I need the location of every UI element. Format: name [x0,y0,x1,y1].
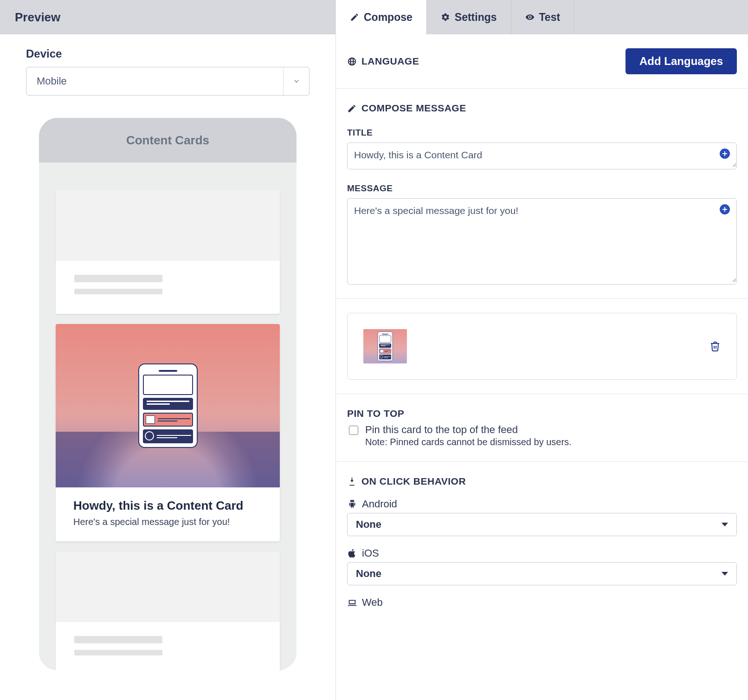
tab-compose-label: Compose [364,11,413,24]
trash-icon[interactable] [709,341,721,352]
preview-header: Preview [0,0,335,34]
title-input[interactable] [348,143,736,167]
device-select[interactable]: Mobile [26,67,310,96]
title-input-wrap [347,143,737,169]
chevron-down-icon [283,67,309,95]
preview-pane: Preview Device Mobile Content Cards [0,0,336,700]
image-attachment-section [336,299,748,394]
web-row: Web [347,596,737,609]
apple-icon [347,548,357,558]
title-label: TITLE [347,128,737,138]
globe-icon [347,57,357,66]
ios-label: iOS [362,547,379,559]
mini-phone-illustration [138,363,198,448]
compose-scroll[interactable]: LANGUAGE Add Languages COMPOSE MESSAGE T… [336,34,748,700]
pin-checkbox[interactable] [349,426,358,435]
phone-header-title: Content Cards [126,133,209,148]
chevron-down-icon [722,572,728,576]
tab-settings-label: Settings [455,11,497,24]
tab-test[interactable]: Test [511,0,575,34]
android-row: Android None [347,498,737,536]
eye-icon [525,13,535,22]
compose-pane: Compose Settings Test LANGUAGE Add Langu… [336,0,748,700]
phone-mockup-wrap: Content Cards [0,96,335,700]
tab-settings[interactable]: Settings [427,0,511,34]
laptop-icon [347,597,357,608]
language-header-label: LANGUAGE [361,56,419,67]
pencil-icon [350,13,359,22]
pointer-icon [347,477,357,486]
compose-header: COMPOSE MESSAGE [347,103,737,114]
android-icon [347,499,357,509]
ios-select[interactable]: None [347,562,737,585]
placeholder-card [56,551,280,670]
chevron-down-icon [722,523,728,526]
device-block: Device Mobile [0,34,335,96]
pin-checkbox-label: Pin this card to the top of the feed [365,424,572,436]
pin-header: PIN TO TOP [347,408,737,419]
click-header-label: ON CLICK BEHAVIOR [361,476,466,487]
ios-row: iOS None [347,547,737,585]
click-behavior-section: ON CLICK BEHAVIOR Android None iOS [336,462,748,625]
click-header: ON CLICK BEHAVIOR [347,476,737,487]
content-card-title: Howdy, this is a Content Card [73,499,262,513]
tab-compose[interactable]: Compose [336,0,427,34]
image-thumbnail[interactable] [363,329,407,363]
add-languages-button[interactable]: Add Languages [625,48,737,74]
android-label: Android [362,498,397,510]
pin-section: PIN TO TOP Pin this card to the top of t… [336,394,748,462]
gear-icon [441,13,450,22]
language-header: LANGUAGE [347,56,419,67]
pin-header-label: PIN TO TOP [347,408,404,419]
phone-header: Content Cards [39,118,297,162]
device-select-value: Mobile [37,75,67,87]
content-card: Howdy, this is a Content Card Here's a s… [56,324,280,541]
compose-message-section: COMPOSE MESSAGE TITLE MESSAGE [336,89,748,299]
placeholder-card [56,190,280,314]
language-section: LANGUAGE Add Languages [336,34,748,89]
android-select-value: None [356,519,381,531]
content-card-image [56,324,280,487]
android-select[interactable]: None [347,513,737,536]
image-attachment-card [347,313,737,380]
tab-test-label: Test [539,11,561,24]
edit-icon [347,104,357,113]
compose-header-label: COMPOSE MESSAGE [361,103,466,114]
phone-body: Howdy, this is a Content Card Here's a s… [39,162,297,670]
message-label: MESSAGE [347,183,737,194]
ios-select-value: None [356,568,381,580]
message-plus-icon[interactable] [720,204,730,214]
tabs: Compose Settings Test [336,0,748,34]
content-card-message: Here's a special message just for you! [73,517,262,527]
message-input[interactable] [348,199,736,282]
phone-mockup: Content Cards [39,118,297,670]
preview-title: Preview [15,10,60,25]
title-plus-icon[interactable] [720,149,730,159]
web-label: Web [362,596,383,609]
message-input-wrap [347,198,737,285]
pin-note: Note: Pinned cards cannot be dismissed b… [365,437,572,447]
device-label: Device [26,47,310,60]
